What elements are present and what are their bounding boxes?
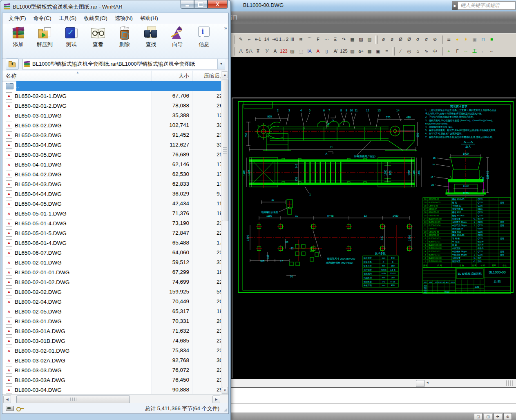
- cad-tool-icon-0-8[interactable]: ⌒: [305, 35, 314, 44]
- cad-status-icon-2[interactable]: ✛: [494, 413, 502, 420]
- cad-tool-icon-0-10[interactable]: ···: [322, 35, 331, 44]
- cad-tool-icon-0-11[interactable]: Ξ: [331, 35, 340, 44]
- cad-tool-icon-1-2[interactable]: ⌂: [413, 47, 422, 56]
- delete-button[interactable]: 删除: [111, 25, 138, 57]
- minimize-button[interactable]: [181, 0, 194, 9]
- menu-item-1[interactable]: 命令(C): [30, 13, 55, 23]
- scroll-right-icon[interactable]: ▶: [212, 396, 220, 403]
- file-row[interactable]: ABL650-03-01.DWG35,38813,5: [2, 111, 228, 120]
- cad-tool-icon-0-6[interactable]: ⊘: [431, 35, 439, 44]
- cad-tool-icon-0-9[interactable]: Ϝ: [314, 35, 322, 44]
- cad-search-input[interactable]: 键入关键字或短语: [458, 1, 516, 10]
- file-row[interactable]: ABL650-03-03.DWG91,45227,7: [2, 130, 228, 140]
- cad-tool-icon-1-4[interactable]: ←: [479, 47, 487, 56]
- cad-tool-icon-0-1[interactable]: ●: [453, 35, 462, 44]
- cad-tool-icon-1-0[interactable]: +: [445, 47, 453, 56]
- file-row[interactable]: ABL800-02-01-01.DWG67,29919,1: [2, 267, 228, 277]
- file-row[interactable]: ABL800-03-04.DWG90,88829,0: [2, 385, 228, 395]
- file-row[interactable]: ABL650-03-02.DWG102,74132,0: [2, 120, 228, 130]
- file-row[interactable]: ABL800-02-01-02.DWG74,69922,4: [2, 277, 228, 287]
- file-row[interactable]: ABL800-03-01B.DWG74,68522,4: [2, 336, 228, 346]
- info-button[interactable]: i信息: [191, 25, 217, 57]
- cad-tool-icon-0-5[interactable]: σ: [422, 35, 431, 44]
- cad-tool-icon-1-1[interactable]: 5八: [245, 47, 254, 56]
- file-row[interactable]: ABL800-03-01.DWG70,33120,8: [2, 316, 228, 326]
- file-row[interactable]: ABL650-03-05.DWG76,68925,1: [2, 150, 228, 160]
- cad-tool-icon-1-8[interactable]: ΙA: [305, 47, 314, 56]
- cad-tool-icon-1-16[interactable]: ▣: [374, 47, 382, 56]
- file-row[interactable]: ABL650-05-01-5.DWG72,84722,3: [2, 228, 228, 238]
- cad-tool-icon-1-17[interactable]: ≡: [382, 47, 391, 56]
- cad-tool-icon-1-3[interactable]: 工: [470, 47, 479, 56]
- file-row-up[interactable]: ..: [2, 81, 228, 91]
- file-row[interactable]: ABL650-02-01-2.DWG78,08826,7: [2, 101, 228, 111]
- scroll-down-icon[interactable]: ▼: [222, 387, 228, 394]
- cad-tool-icon-0-4[interactable]: ⊓: [479, 35, 487, 44]
- cad-tool-icon-0-0[interactable]: ✎: [237, 35, 245, 44]
- cad-tool-icon-1-10[interactable]: ▯: [322, 47, 331, 56]
- file-row[interactable]: ABL650-04-02.DWG62,53017,3: [2, 169, 228, 179]
- cad-tool-icon-1-0[interactable]: 八: [237, 47, 245, 56]
- menu-item-4[interactable]: 选项(N): [111, 13, 136, 23]
- file-row[interactable]: ABL800-03-01A.DWG71,63221,4: [2, 326, 228, 336]
- cad-tool-icon-0-3[interactable]: 14: [262, 35, 271, 44]
- menu-item-3[interactable]: 收藏夹(O): [80, 13, 111, 23]
- vertical-scrollbar[interactable]: ▲ ▼: [221, 71, 228, 395]
- cad-tool-icon-0-4[interactable]: ⇥1: [271, 35, 279, 44]
- cad-tool-icon-0-4[interactable]: σ: [413, 35, 422, 44]
- file-row[interactable]: ABL650-03-04.DWG112,62733,8: [2, 140, 228, 150]
- cad-tool-icon-1-14[interactable]: a+: [357, 47, 365, 56]
- resize-grip[interactable]: ◢: [224, 407, 227, 412]
- file-row[interactable]: ABL800-02-04.DWG70,44920,4: [2, 297, 228, 307]
- menu-item-5[interactable]: 帮助(H): [136, 13, 162, 23]
- add-button[interactable]: 添加: [5, 25, 31, 57]
- file-row[interactable]: ABL800-02-02.DWG159,92559,9: [2, 287, 228, 297]
- cad-tool-icon-1-7[interactable]: ⬚: [297, 47, 305, 56]
- horizontal-scrollbar[interactable]: ◀ ▶: [2, 394, 228, 403]
- up-directory-button[interactable]: ⬆: [6, 58, 19, 70]
- close-button[interactable]: X: [208, 0, 228, 9]
- cad-tool-icon-1-5[interactable]: 123: [279, 47, 288, 56]
- cad-tool-icon-0-1[interactable]: ⌐: [245, 35, 254, 44]
- wizard-button[interactable]: 向导: [164, 25, 191, 57]
- address-dropdown-icon[interactable]: ▼: [217, 59, 225, 69]
- cad-tool-icon-1-6[interactable]: ▨: [288, 47, 297, 56]
- address-combobox[interactable]: BL1000型鳞板式输送机全套图纸.rar\BL1000型鳞板式输送机全套图纸 …: [22, 59, 225, 69]
- cad-tool-icon-0-2[interactable]: ☀: [462, 35, 470, 44]
- maximize-button[interactable]: [194, 0, 208, 9]
- file-row[interactable]: ABL800-02-01.DWG59,51237,4: [2, 258, 228, 267]
- cad-tool-icon-0-0[interactable]: ≣: [445, 35, 453, 44]
- cad-tool-icon-1-3[interactable]: ⅟: [262, 47, 271, 56]
- file-row[interactable]: ABL650-06-01-4.DWG65,48817,5: [2, 238, 228, 248]
- file-row[interactable]: ABL800-02-05.DWG65,31718,0: [2, 307, 228, 316]
- cad-status-icon-1[interactable]: ◫: [484, 413, 492, 420]
- cad-tool-icon-1-9[interactable]: A: [314, 47, 322, 56]
- view-button[interactable]: 查看: [85, 25, 111, 57]
- cad-tool-icon-0-0[interactable]: ø: [379, 35, 388, 44]
- cad-tool-icon-1-3[interactable]: ∿: [422, 47, 431, 56]
- cad-tool-icon-0-5[interactable]: ■: [487, 35, 496, 44]
- cad-tool-icon-1-0[interactable]: ∕: [396, 47, 405, 56]
- file-row[interactable]: ABL650-02-01-1.DWG67,70622,3: [2, 91, 228, 101]
- cad-tool-icon-0-2[interactable]: ⇤1: [254, 35, 262, 44]
- cad-hscroll-grip[interactable]: [506, 380, 513, 386]
- file-row[interactable]: ABL650-04-01.DWG62,14617,3: [2, 160, 228, 169]
- cad-tool-icon-1-4[interactable]: 中: [431, 47, 439, 56]
- cad-tool-icon-0-6[interactable]: ΙΙΙ: [288, 35, 297, 44]
- file-row[interactable]: ABL650-06-07.DWG64,06023,1: [2, 248, 228, 258]
- column-header-size[interactable]: 大小: [152, 71, 193, 81]
- cad-tool-icon-0-1[interactable]: ø: [388, 35, 396, 44]
- vscroll-thumb[interactable]: [222, 80, 228, 221]
- extract-to-button[interactable]: 解压到: [31, 25, 58, 57]
- winrar-titlebar[interactable]: BL1000型鳞板式输送机全套图纸.rar - WinRAR X: [0, 0, 230, 13]
- cad-tool-icon-0-15[interactable]: ▥: [365, 35, 374, 44]
- cad-tool-icon-0-12[interactable]: ↷: [340, 35, 348, 44]
- file-row[interactable]: ABL800-03-02-01.DWG75,83423,4: [2, 346, 228, 356]
- file-row[interactable]: ABL800-03-02A.DWG92,76830,4: [2, 356, 228, 365]
- cad-tool-icon-0-7[interactable]: ≋: [297, 35, 305, 44]
- cad-tool-icon-1-5[interactable]: ⌐: [487, 47, 496, 56]
- cad-tool-icon-0-5[interactable]: 1↔2: [279, 35, 288, 44]
- cad-hscroll-arrow-icon[interactable]: ◂: [427, 380, 429, 384]
- menu-item-0[interactable]: 文件(F): [5, 13, 30, 23]
- file-row[interactable]: ABL650-05-01-4.DWG73,19021,3: [2, 218, 228, 228]
